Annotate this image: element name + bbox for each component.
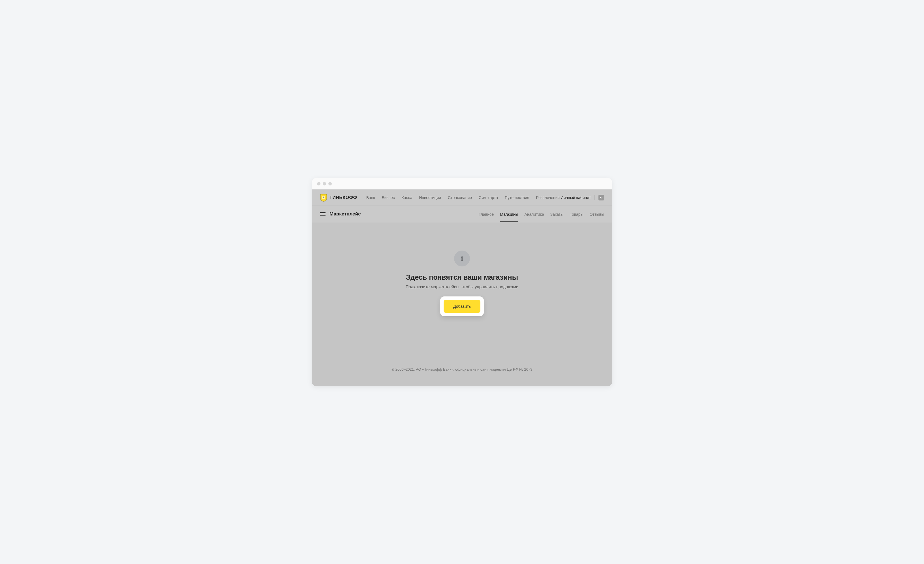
tab-products[interactable]: Товары (570, 206, 584, 222)
content-area: i Здесь появятся ваши магазины Подключит… (312, 222, 612, 358)
window-maximize-icon[interactable] (328, 182, 332, 186)
account-link[interactable]: Личный кабинет (561, 195, 594, 200)
footer-copyright: © 2006–2021, АО «Тинькофф Банк», официал… (392, 367, 532, 372)
hamburger-menu-icon[interactable] (320, 212, 326, 216)
nav-kassa[interactable]: Касса (401, 195, 412, 200)
svg-point-1 (323, 196, 324, 198)
empty-state-title: Здесь появятся ваши магазины (406, 273, 518, 281)
footer: © 2006–2021, АО «Тинькофф Банк», официал… (312, 358, 612, 386)
nav-business[interactable]: Бизнес (382, 195, 394, 200)
brand-logo[interactable]: ТИНЬКОФФ (320, 194, 357, 202)
window-minimize-icon[interactable] (323, 182, 326, 186)
chevron-down-icon (600, 197, 603, 198)
browser-window: ТИНЬКОФФ Банк Бизнес Касса Инвестиции Ст… (312, 178, 612, 386)
sub-nav: Маркетплейс Главное Магазины Аналитика З… (312, 206, 612, 222)
dropdown-toggle[interactable] (598, 195, 604, 201)
nav-insurance[interactable]: Страхование (448, 195, 472, 200)
sub-nav-items: Главное Магазины Аналитика Заказы Товары… (479, 206, 604, 222)
button-highlight: Добавить (440, 297, 484, 316)
section-title: Маркетплейс (330, 211, 479, 217)
add-button[interactable]: Добавить (444, 300, 480, 313)
logo-shield-icon (320, 194, 327, 202)
tab-reviews[interactable]: Отзывы (590, 206, 604, 222)
tab-shops[interactable]: Магазины (500, 206, 518, 222)
top-nav-right: Личный кабинет (561, 195, 604, 201)
top-nav-items: Банк Бизнес Касса Инвестиции Страхование… (366, 195, 561, 200)
browser-titlebar (312, 178, 612, 189)
nav-sim[interactable]: Сим-карта (479, 195, 498, 200)
tab-main[interactable]: Главное (479, 206, 494, 222)
nav-travel[interactable]: Путешествия (505, 195, 529, 200)
nav-entertainment[interactable]: Развлечения (536, 195, 560, 200)
tab-analytics[interactable]: Аналитика (524, 206, 544, 222)
top-nav: ТИНЬКОФФ Банк Бизнес Касса Инвестиции Ст… (312, 189, 612, 206)
window-close-icon[interactable] (317, 182, 321, 186)
brand-name: ТИНЬКОФФ (330, 195, 357, 200)
nav-investments[interactable]: Инвестиции (419, 195, 441, 200)
info-icon: i (454, 250, 470, 266)
nav-bank[interactable]: Банк (366, 195, 375, 200)
tab-orders[interactable]: Заказы (550, 206, 564, 222)
empty-state-subtitle: Подключите маркетплейсы, чтобы управлять… (406, 284, 519, 289)
